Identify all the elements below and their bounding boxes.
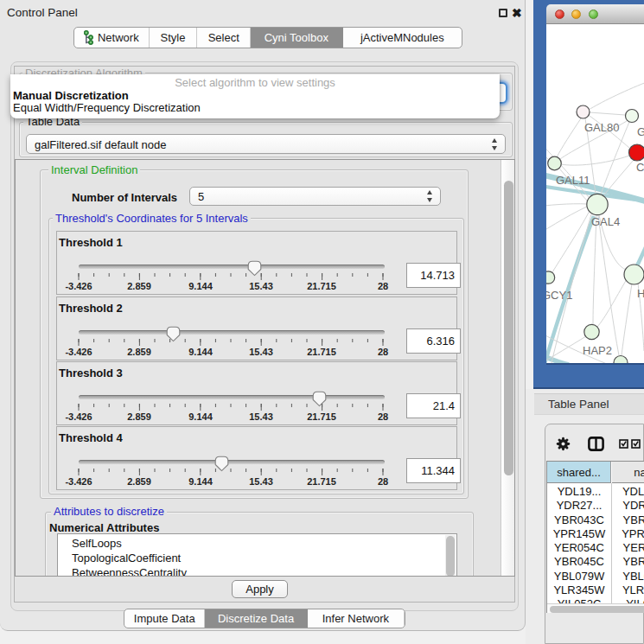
svg-text:GAL4: GAL4	[591, 215, 620, 228]
svg-text:CB: CB	[636, 161, 644, 174]
svg-text:HAP2: HAP2	[583, 344, 612, 357]
svg-text:GCY1: GCY1	[546, 289, 572, 302]
svg-text:HIS: HIS	[637, 287, 644, 300]
svg-text:GAL: GAL	[637, 125, 644, 138]
svg-text:GAL11: GAL11	[556, 174, 590, 187]
svg-text:GAL80: GAL80	[584, 121, 619, 134]
